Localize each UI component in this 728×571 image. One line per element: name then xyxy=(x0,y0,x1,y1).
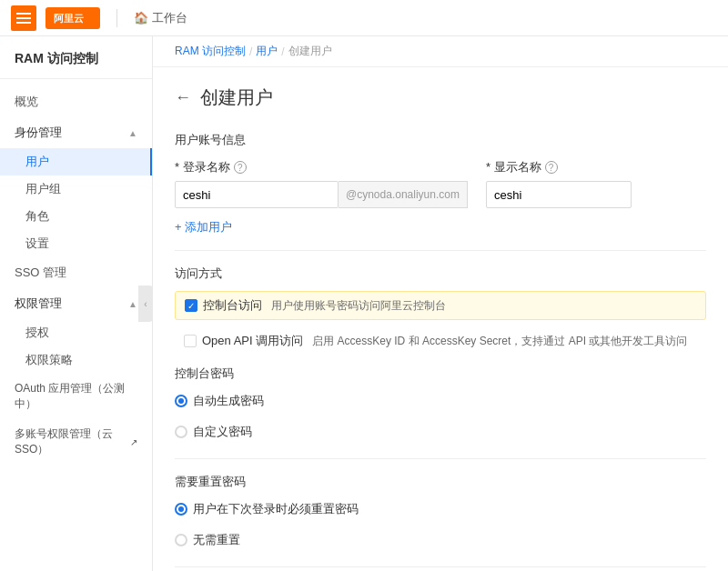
sidebar-item-sso-mgmt[interactable]: SSO 管理 xyxy=(0,257,152,288)
workbench-label: 工作台 xyxy=(152,10,187,26)
custom-password-radio[interactable] xyxy=(175,426,187,438)
sidebar-collapse-toggle[interactable]: ‹ xyxy=(138,286,153,322)
must-reset-radio-dot xyxy=(178,506,184,512)
console-access-checkbox[interactable]: ✓ xyxy=(185,299,197,312)
sidebar-item-users[interactable]: 用户 xyxy=(0,148,152,175)
display-name-label: * 显示名称 ? xyxy=(486,159,632,175)
add-user-button[interactable]: + 添加用户 xyxy=(175,219,232,235)
display-name-field: * 显示名称 ? xyxy=(486,159,632,208)
sidebar-item-settings[interactable]: 设置 xyxy=(0,230,152,257)
section-divider-2 xyxy=(175,458,706,459)
breadcrumb: RAM 访问控制 / 用户 / 创建用户 xyxy=(153,36,728,67)
identity-mgmt-label: 身份管理 xyxy=(15,125,62,141)
console-access-desc: 用户使用账号密码访问阿里云控制台 xyxy=(271,298,446,314)
sidebar-item-authorization[interactable]: 授权 xyxy=(0,319,152,346)
login-name-input[interactable] xyxy=(175,181,339,208)
checkmark-icon: ✓ xyxy=(187,301,195,311)
login-name-input-wrapper: @cynoda.onaliyun.com xyxy=(175,181,468,208)
external-link-icon: ↗ xyxy=(130,437,137,447)
console-access-row: ✓ 控制台访问 用户使用账号密码访问阿里云控制台 xyxy=(175,291,706,320)
console-password-radio-group: 自动生成密码 自定义密码 xyxy=(175,389,706,444)
no-reset-label: 无需重置 xyxy=(193,532,240,548)
user-groups-label: 用户组 xyxy=(25,182,61,195)
sidebar-item-perm-policy[interactable]: 权限策略 xyxy=(0,346,152,374)
custom-password-row: 自定义密码 xyxy=(175,420,706,444)
api-access-checkbox[interactable] xyxy=(184,335,197,347)
sso-mgmt-label: SSO 管理 xyxy=(15,265,66,281)
form-row-names: * 登录名称 ? @cynoda.onaliyun.com * 显示名称 ? xyxy=(175,159,706,208)
login-name-label-text: * 登录名称 xyxy=(175,159,230,175)
breadcrumb-sep-1: / xyxy=(249,45,252,58)
overview-label: 概览 xyxy=(15,94,38,110)
sidebar-item-user-groups[interactable]: 用户组 xyxy=(0,175,152,203)
breadcrumb-sep-2: / xyxy=(281,45,284,58)
hamburger-menu[interactable] xyxy=(11,5,36,31)
settings-label: 设置 xyxy=(25,236,49,250)
display-name-help-icon[interactable]: ? xyxy=(545,161,558,174)
sidebar-item-roles[interactable]: 角色 xyxy=(0,203,152,230)
console-access-label: 控制台访问 xyxy=(203,297,262,314)
display-name-label-text: * 显示名称 xyxy=(486,159,541,175)
auto-password-radio[interactable] xyxy=(175,395,187,407)
sidebar-item-overview[interactable]: 概览 xyxy=(0,86,152,117)
multi-account-label: 多账号权限管理（云 SSO） xyxy=(15,426,130,457)
sidebar-item-multi-account[interactable]: 多账号权限管理（云 SSO） ↗ xyxy=(0,419,152,465)
sidebar-item-oauth[interactable]: OAuth 应用管理（公测中） xyxy=(0,374,152,419)
login-name-help-icon[interactable]: ? xyxy=(234,161,247,174)
users-label: 用户 xyxy=(25,155,49,168)
page-body: ← 创建用户 用户账号信息 * 登录名称 ? @cynoda.onaliyun.… xyxy=(153,67,728,571)
display-name-input[interactable] xyxy=(486,181,632,208)
home-icon: 🏠 xyxy=(134,11,148,25)
no-reset-radio[interactable] xyxy=(175,534,187,546)
main-layout: RAM 访问控制 概览 身份管理 ▲ 用户 用户组 角色 设置 SSO 管理 权… xyxy=(0,36,728,571)
auto-password-radio-dot xyxy=(178,398,184,404)
must-reset-radio[interactable] xyxy=(175,503,187,516)
sidebar-item-identity-mgmt[interactable]: 身份管理 ▲ xyxy=(0,117,152,148)
top-nav: 阿里云 🏠 工作台 xyxy=(0,0,728,36)
logo-icon: 阿里云 xyxy=(46,7,100,29)
section-divider-1 xyxy=(175,250,706,251)
nav-logo: 阿里云 xyxy=(46,7,100,29)
sidebar: RAM 访问控制 概览 身份管理 ▲ 用户 用户组 角色 设置 SSO 管理 权… xyxy=(0,36,153,571)
must-reset-row: 用户在下次登录时必须重置密码 xyxy=(175,497,706,521)
back-button[interactable]: ← xyxy=(175,88,191,107)
add-user-label: + 添加用户 xyxy=(175,219,232,235)
breadcrumb-ram[interactable]: RAM 访问控制 xyxy=(175,44,246,59)
perm-policy-label: 权限策略 xyxy=(25,353,73,366)
svg-text:阿里云: 阿里云 xyxy=(54,13,84,24)
breadcrumb-users[interactable]: 用户 xyxy=(256,44,278,59)
auto-password-row: 自动生成密码 xyxy=(175,389,706,413)
login-name-field: * 登录名称 ? @cynoda.onaliyun.com xyxy=(175,159,468,208)
must-reset-label: 用户在下次登录时必须重置密码 xyxy=(193,501,359,517)
no-reset-row: 无需重置 xyxy=(175,528,706,552)
workbench-link[interactable]: 🏠 工作台 xyxy=(134,10,187,26)
chevron-up-icon-2: ▲ xyxy=(128,299,137,309)
console-password-section-title: 控制台密码 xyxy=(175,366,706,382)
console-access-checkbox-item[interactable]: ✓ 控制台访问 xyxy=(185,297,262,314)
login-name-suffix: @cynoda.onaliyun.com xyxy=(339,181,468,208)
auto-password-label: 自动生成密码 xyxy=(193,393,264,409)
api-access-checkbox-item[interactable]: Open API 调用访问 xyxy=(184,333,303,349)
access-method-section-title: 访问方式 xyxy=(175,265,706,282)
breadcrumb-create-user: 创建用户 xyxy=(288,44,332,59)
api-access-row: Open API 调用访问 启用 AccessKey ID 和 AccessKe… xyxy=(175,327,706,355)
oauth-label: OAuth 应用管理（公测中） xyxy=(15,381,137,412)
sidebar-title: RAM 访问控制 xyxy=(0,51,152,79)
account-info-section-title: 用户账号信息 xyxy=(175,132,706,148)
reset-password-radio-group: 用户在下次登录时必须重置密码 无需重置 xyxy=(175,497,706,552)
perm-mgmt-label: 权限管理 xyxy=(15,296,62,312)
login-name-label: * 登录名称 ? xyxy=(175,159,468,175)
section-divider-3 xyxy=(175,566,706,567)
nav-divider xyxy=(116,9,117,27)
page-title-row: ← 创建用户 xyxy=(175,85,706,110)
api-access-desc: 启用 AccessKey ID 和 AccessKey Secret，支持通过 … xyxy=(312,334,687,349)
main-content: RAM 访问控制 / 用户 / 创建用户 ← 创建用户 用户账号信息 * 登录名… xyxy=(153,36,728,571)
roles-label: 角色 xyxy=(25,209,49,223)
custom-password-label: 自定义密码 xyxy=(193,424,252,440)
api-access-label: Open API 调用访问 xyxy=(202,333,303,349)
authorization-label: 授权 xyxy=(25,326,49,339)
reset-password-section-title: 需要重置密码 xyxy=(175,474,706,490)
page-title: 创建用户 xyxy=(200,85,273,110)
chevron-up-icon: ▲ xyxy=(128,128,137,138)
sidebar-item-perm-mgmt[interactable]: 权限管理 ▲ xyxy=(0,288,152,319)
